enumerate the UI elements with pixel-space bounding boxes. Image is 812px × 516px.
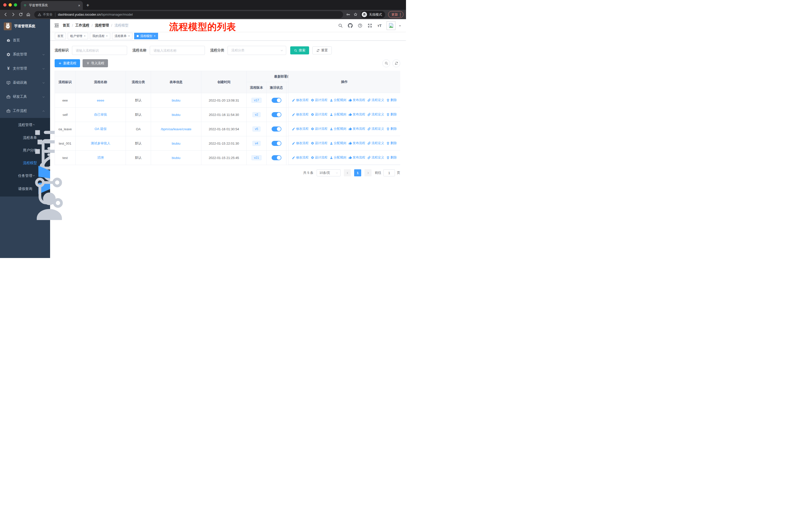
- design-process-link[interactable]: 设计流程: [311, 112, 327, 117]
- close-icon[interactable]: ×: [84, 34, 86, 38]
- delete-link[interactable]: 删除: [386, 98, 397, 102]
- form-info-link[interactable]: biubiu: [172, 142, 180, 145]
- breadcrumb-item[interactable]: 首页: [63, 23, 70, 28]
- publish-process-link[interactable]: 发布流程: [349, 156, 365, 160]
- search-icon[interactable]: [338, 23, 343, 28]
- reset-button[interactable]: 重置: [312, 46, 332, 54]
- assign-rule-link[interactable]: 分配规则: [330, 141, 346, 145]
- browser-tab[interactable]: 芋道管理系统 ×: [21, 1, 83, 10]
- window-close-button[interactable]: [3, 3, 6, 6]
- delete-link[interactable]: 删除: [386, 141, 397, 145]
- sidebar-item-system[interactable]: 系统管理: [0, 47, 50, 61]
- reload-icon[interactable]: [18, 11, 24, 18]
- edit-process-link[interactable]: 修改流程: [292, 141, 309, 145]
- window-zoom-button[interactable]: [14, 3, 17, 6]
- tab-close-icon[interactable]: ×: [78, 3, 80, 7]
- sidebar-item-devtools[interactable]: 研发工具: [0, 90, 50, 104]
- sidebar-item-home[interactable]: 首页: [0, 33, 50, 47]
- page-size-select[interactable]: 10条/页: [317, 169, 341, 176]
- prev-page-button[interactable]: [344, 169, 351, 176]
- process-definition-link[interactable]: 流程定义: [368, 156, 384, 160]
- assign-rule-link[interactable]: 分配规则: [330, 98, 346, 102]
- password-key-icon[interactable]: [346, 12, 350, 17]
- design-process-link[interactable]: 设计流程: [311, 156, 327, 160]
- breadcrumb-item[interactable]: 工作流程: [75, 23, 89, 28]
- process-definition-link[interactable]: 流程定义: [368, 141, 384, 145]
- assign-rule-link[interactable]: 分配规则: [330, 127, 346, 131]
- process-name-input[interactable]: [150, 46, 205, 55]
- process-key-input[interactable]: [72, 46, 127, 55]
- back-icon[interactable]: [2, 11, 8, 18]
- active-toggle[interactable]: [271, 98, 282, 103]
- sidebar-logo[interactable]: 芋道管理系统: [0, 19, 50, 33]
- tag-tenant[interactable]: 租户管理×: [68, 33, 88, 39]
- process-definition-link[interactable]: 流程定义: [368, 98, 384, 102]
- edit-process-link[interactable]: 修改流程: [292, 156, 309, 160]
- active-toggle[interactable]: [271, 155, 282, 160]
- delete-link[interactable]: 删除: [386, 127, 397, 131]
- process-name-link[interactable]: 滔博: [97, 156, 104, 160]
- fullscreen-icon[interactable]: [368, 23, 372, 28]
- create-process-button[interactable]: 新建流程: [55, 59, 80, 67]
- process-name-link[interactable]: eeee: [97, 99, 104, 102]
- next-page-button[interactable]: [365, 169, 372, 176]
- form-info-link[interactable]: biubiu: [172, 99, 180, 102]
- address-bar[interactable]: 不安全 dashboard.yudao.iocoder.cn/bpm/manag…: [34, 11, 343, 18]
- home-icon[interactable]: [25, 11, 31, 18]
- close-icon[interactable]: ×: [106, 34, 108, 38]
- publish-process-link[interactable]: 发布流程: [349, 98, 365, 102]
- new-tab-button[interactable]: +: [86, 2, 89, 8]
- category-select[interactable]: 流程分类: [228, 46, 286, 55]
- delete-link[interactable]: 删除: [386, 156, 397, 160]
- version-tag[interactable]: v2: [253, 112, 261, 117]
- page-number-1[interactable]: 1: [354, 169, 361, 176]
- version-tag[interactable]: v21: [252, 155, 261, 160]
- edit-process-link[interactable]: 修改流程: [292, 112, 309, 117]
- edit-process-link[interactable]: 修改流程: [292, 98, 309, 102]
- version-tag[interactable]: v4: [253, 141, 261, 146]
- form-info-link[interactable]: biubiu: [172, 156, 180, 160]
- form-info-link[interactable]: biubiu: [172, 113, 180, 117]
- avatar[interactable]: [387, 21, 396, 30]
- refresh-table-button[interactable]: [393, 59, 400, 67]
- goto-page-input[interactable]: [383, 169, 395, 176]
- process-name-link[interactable]: OA 请假: [95, 127, 107, 131]
- tag-process-form[interactable]: 流程表单×: [112, 33, 133, 39]
- show-search-button[interactable]: [382, 59, 390, 67]
- tag-my-process[interactable]: 我的流程×: [90, 33, 110, 39]
- search-button[interactable]: 搜索: [290, 46, 309, 54]
- sidebar-item-workflow[interactable]: 工作流程: [0, 104, 50, 118]
- design-process-link[interactable]: 设计流程: [311, 98, 327, 102]
- active-toggle[interactable]: [271, 141, 282, 146]
- sidebar-item-leave-query[interactable]: 请假查询: [0, 183, 50, 195]
- sidebar-item-payment[interactable]: ¥ 支付管理: [0, 61, 50, 76]
- form-info-link[interactable]: /bpm/oa/leave/create: [161, 127, 191, 131]
- sidebar-item-infra[interactable]: 基础设施: [0, 76, 50, 90]
- sidebar-item-task-manage[interactable]: 任务管理: [0, 169, 50, 183]
- publish-process-link[interactable]: 发布流程: [349, 141, 365, 145]
- delete-link[interactable]: 删除: [386, 112, 397, 117]
- close-icon[interactable]: ×: [128, 34, 130, 38]
- assign-rule-link[interactable]: 分配规则: [330, 112, 346, 117]
- process-definition-link[interactable]: 流程定义: [368, 127, 384, 131]
- forward-icon[interactable]: [10, 11, 16, 18]
- process-name-link[interactable]: 自己审批: [94, 113, 107, 116]
- bookmark-star-icon[interactable]: [353, 12, 358, 17]
- active-toggle[interactable]: [271, 112, 282, 117]
- help-icon[interactable]: [358, 23, 362, 28]
- design-process-link[interactable]: 设计流程: [311, 141, 327, 145]
- caret-down-icon[interactable]: [399, 24, 402, 27]
- tag-process-model[interactable]: 流程模型×: [134, 33, 158, 39]
- publish-process-link[interactable]: 发布流程: [349, 112, 365, 117]
- publish-process-link[interactable]: 发布流程: [349, 127, 365, 131]
- process-name-link[interactable]: 测试多审批人: [91, 141, 111, 145]
- breadcrumb-item[interactable]: 流程管理: [95, 23, 109, 28]
- version-tag[interactable]: v5: [253, 127, 261, 132]
- assign-rule-link[interactable]: 分配规则: [330, 156, 346, 160]
- tag-home[interactable]: 首页: [55, 33, 66, 39]
- security-warning[interactable]: 不安全: [38, 12, 53, 17]
- window-minimize-button[interactable]: [8, 3, 12, 6]
- edit-process-link[interactable]: 修改流程: [292, 127, 309, 131]
- github-icon[interactable]: [348, 23, 353, 28]
- version-tag[interactable]: v17: [252, 98, 261, 103]
